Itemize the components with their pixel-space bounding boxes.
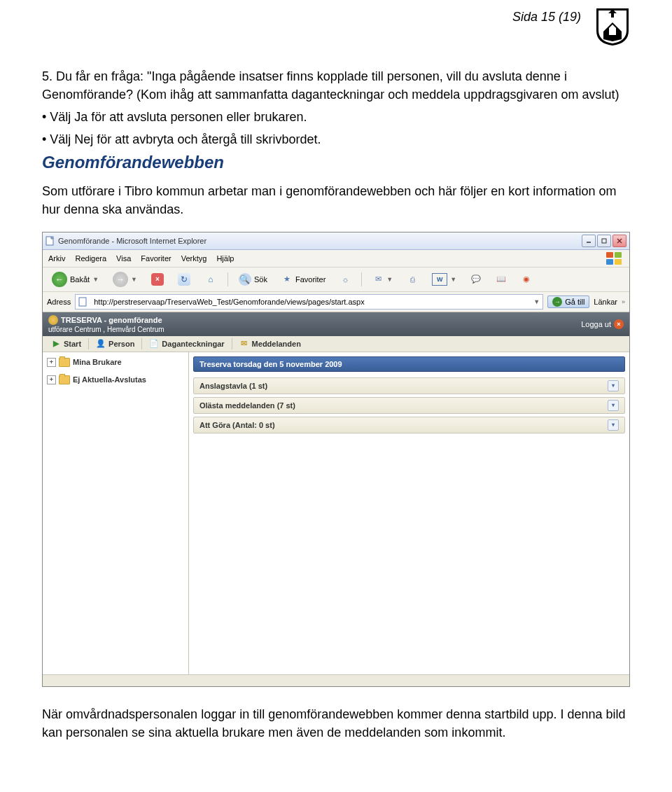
expand-down-icon[interactable]: ▾ [608,419,619,431]
svg-rect-2 [602,239,606,243]
app-title: TRESERVA - genomförande [61,316,162,324]
panel-row-label: Anslagstavla (1 st) [200,382,267,390]
tab-start[interactable]: ▶ Start [47,338,85,350]
logout-button[interactable]: Logga ut × [581,319,624,329]
window-maximize-button[interactable] [597,235,611,247]
app-subtitle: utförare Centrum , Hemvård Centrum [48,326,581,333]
tab-label: Daganteckningar [162,340,224,348]
sidebar-item-label: Ej Aktuella-Avslutas [73,375,146,384]
window-titlebar: Genomförande - Microsoft Internet Explor… [43,232,629,250]
address-label: Adress [47,298,71,306]
tab-label: Start [64,340,81,348]
back-label: Bakåt [70,275,90,284]
research-icon: 📖 [496,274,507,285]
page-number: Sida 15 (19) [512,10,581,25]
menu-redigera[interactable]: Redigera [75,254,106,263]
go-button[interactable]: → Gå till [547,296,589,308]
sidebar-item-mina-brukare[interactable]: + Mina Brukare [46,356,186,368]
stop-button[interactable]: × [146,271,169,288]
main-panel: Treserva torsdag den 5 november 2009 Ans… [189,352,629,674]
forward-arrow-icon: → [113,272,128,287]
separator [88,338,89,349]
forward-button[interactable]: → ▼ [108,270,142,289]
stop-icon: × [151,273,164,286]
status-bar [43,674,629,686]
menu-hjalp[interactable]: Hjälp [216,254,234,263]
discuss-button[interactable]: 💬 [465,272,486,287]
messenger-icon: ◉ [521,274,532,285]
panel-olasta-meddelanden[interactable]: Olästa meddelanden (7 st) ▾ [193,397,625,414]
browser-screenshot: Genomförande - Microsoft Internet Explor… [42,232,630,687]
search-label: Sök [254,275,267,284]
home-icon: ⌂ [204,273,217,286]
window-close-button[interactable] [612,235,626,247]
separator [227,272,228,286]
favorites-label: Favoriter [295,275,326,284]
print-button[interactable]: ⎙ [402,272,423,287]
menu-bar: Arkiv Redigera Visa Favoriter Verktyg Hj… [43,250,629,268]
chevron-down-icon: ▼ [92,276,99,283]
back-button[interactable]: ← Bakåt ▼ [47,270,104,289]
address-bar: Adress http://perstreservaap/TreservaWeb… [43,292,629,312]
back-arrow-icon: ← [52,272,67,287]
tab-daganteckningar[interactable]: 📄 Daganteckningar [145,338,228,350]
messenger-button[interactable]: ◉ [516,272,537,287]
chevron-down-icon[interactable]: ▼ [533,298,540,305]
expand-down-icon[interactable]: ▾ [608,380,619,391]
chevron-right-icon[interactable]: » [622,298,625,305]
page-icon [78,297,88,307]
separator [361,272,362,286]
logout-label: Logga ut [581,320,611,328]
discuss-icon: 💬 [470,274,482,285]
refresh-button[interactable]: ↻ [173,271,195,288]
window-minimize-button[interactable] [582,235,596,247]
intro-paragraph: Som utförare i Tibro kommun arbetar man … [42,182,630,218]
print-icon: ⎙ [407,274,418,285]
intro-bullet-2: • Välj Nej för att avbryta och återgå ti… [42,130,630,148]
menu-favoriter[interactable]: Favoriter [141,254,171,263]
url-text: http://perstreservaap/TreservaWeb_Test/G… [94,298,364,306]
media-button[interactable]: ☼ [335,272,356,287]
mail-button[interactable]: ✉▼ [368,272,398,287]
tab-meddelanden[interactable]: ✉ Meddelanden [235,338,305,350]
window-title: Genomförande - Microsoft Internet Explor… [58,237,582,245]
notes-icon: 📄 [149,339,159,349]
search-button[interactable]: 🔍 Sök [234,271,272,288]
menu-arkiv[interactable]: Arkiv [48,254,65,263]
favorites-button[interactable]: ★ Favoriter [276,272,330,287]
word-icon: W [432,273,447,286]
folder-icon [59,375,70,384]
svg-rect-5 [79,298,86,306]
tab-person[interactable]: 👤 Person [92,338,139,350]
sidebar-item-label: Mina Brukare [73,358,122,366]
expand-down-icon[interactable]: ▾ [608,400,619,411]
municipality-crest-icon [595,7,630,46]
panel-row-label: Olästa meddelanden (7 st) [200,401,295,410]
home-button[interactable]: ⌂ [200,271,222,288]
intro-bullet-1: • Välj Ja för att avsluta personen eller… [42,108,630,126]
intro-line-1: 5. Du får en fråga: "Inga pågående insat… [42,67,630,104]
app-tabbar: ▶ Start 👤 Person 📄 Daganteckningar ✉ Med… [43,336,629,352]
menu-visa[interactable]: Visa [116,254,131,263]
app-topbar: TRESERVA - genomförande utförare Centrum… [43,312,629,336]
outro-paragraph: När omvårdnadspersonalen loggar in till … [42,705,630,742]
date-banner: Treserva torsdag den 5 november 2009 [193,356,625,372]
sidebar-item-ej-aktuella[interactable]: + Ej Aktuella-Avslutas [46,374,186,386]
refresh-icon: ↻ [178,273,190,286]
menu-verktyg[interactable]: Verktyg [181,254,207,263]
address-input[interactable]: http://perstreservaap/TreservaWeb_Test/G… [75,294,543,310]
close-icon: × [614,319,624,329]
panel-att-gora[interactable]: Att Göra (Antal: 0 st) ▾ [193,417,625,433]
links-label[interactable]: Länkar [594,298,617,306]
star-icon: ★ [281,274,293,285]
edit-button[interactable]: W▼ [427,271,461,288]
go-label: Gå till [565,298,584,306]
app-body: + Mina Brukare + Ej Aktuella-Avslutas Tr… [43,352,629,674]
panel-row-label: Att Göra (Antal: 0 st) [200,421,275,429]
research-button[interactable]: 📖 [491,272,512,287]
tree-expand-icon[interactable]: + [47,358,56,367]
mail-icon: ✉ [372,274,384,285]
panel-anslagstavla[interactable]: Anslagstavla (1 st) ▾ [193,377,625,394]
tree-expand-icon[interactable]: + [47,375,56,384]
media-icon: ☼ [340,274,351,285]
